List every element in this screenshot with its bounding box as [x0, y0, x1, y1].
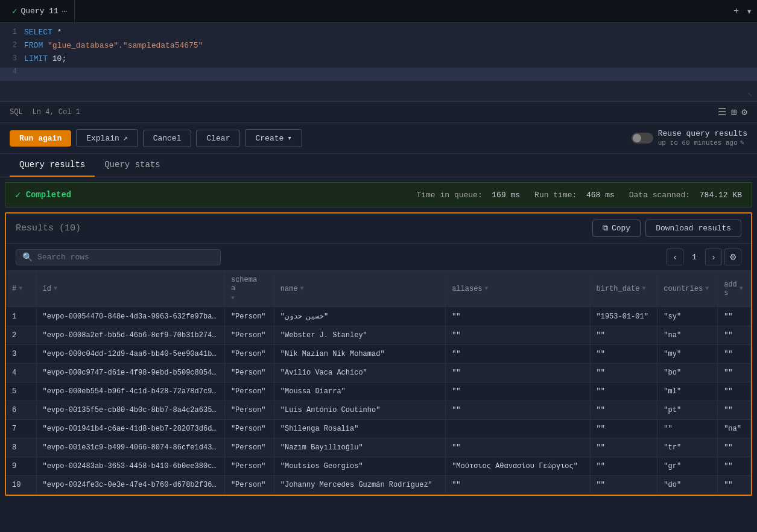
wrap-icon[interactable]: ⊞	[731, 106, 737, 118]
table-cell: ""	[446, 326, 590, 345]
table-row: 3"evpo-000c04dd-12d9-4aa6-bb40-5ee90a41b…	[6, 345, 751, 364]
table-cell: ""	[590, 401, 657, 420]
reuse-results-toggle[interactable]	[632, 133, 653, 144]
edit-reuse-icon[interactable]: ✎	[740, 138, 744, 147]
line-number-3: 3	[0, 54, 24, 63]
format-icon[interactable]: ☰	[718, 106, 726, 118]
table-cell: ""	[446, 307, 590, 326]
results-actions: ⧉ Copy Download results	[592, 220, 741, 237]
editor-line-2: 2 FROM "glue_database"."sampledata54675"	[0, 41, 757, 54]
col-header-birth-date[interactable]: birth_date ▼	[590, 271, 657, 307]
run-again-button[interactable]: Run again	[10, 130, 71, 147]
reuse-results-label-group: Reuse query results up to 60 minutes ago…	[658, 129, 747, 147]
table-cell: 1	[6, 307, 36, 326]
table-cell: ""	[590, 382, 657, 401]
table-row: 8"evpo-001e31c9-b499-4066-8074-86cfe1d43…	[6, 439, 751, 457]
table-cell: "Μούτσιος Αθανασίου Γεώργιος"	[446, 457, 590, 476]
reuse-results-label: Reuse query results	[658, 129, 747, 138]
table-cell: "Webster J. Stanley"	[274, 326, 445, 345]
copy-button[interactable]: ⧉ Copy	[592, 220, 641, 237]
check-icon: ✓	[12, 6, 17, 16]
line-content-3: LIMIT 10;	[24, 54, 66, 63]
query-tab[interactable]: ✓ Query 11 ⋯	[5, 0, 75, 22]
table-cell: "na"	[718, 420, 751, 439]
sort-schema-icon: ▼	[231, 295, 235, 302]
table-cell: "sy"	[657, 307, 718, 326]
sort-aliases-icon: ▼	[485, 285, 489, 292]
editor-resize-handle[interactable]: ⤡	[747, 91, 757, 101]
table-cell: "Johanny Mercedes Guzmán Rodríguez"	[274, 476, 445, 495]
table-cell: "evpo-00054470-848e-4d3a-9963-632fe97bab…	[36, 307, 224, 326]
tab-query-results[interactable]: Query results	[10, 154, 95, 177]
table-cell: "my"	[657, 345, 718, 364]
create-button[interactable]: Create ▾	[245, 129, 302, 147]
table-cell: "Person"	[224, 457, 274, 476]
table-cell	[446, 420, 590, 439]
tab-actions: + ▾	[733, 5, 752, 17]
table-cell: ""	[718, 457, 751, 476]
table-cell: "Nazım Bayıllıoğlu"	[274, 439, 445, 457]
settings-icon[interactable]: ⚙	[741, 106, 747, 118]
editor-line-1: 1 SELECT *	[0, 28, 757, 41]
table-cell: ""	[446, 382, 590, 401]
clear-button[interactable]: Clear	[196, 130, 240, 147]
table-settings-button[interactable]: ⚙	[724, 249, 741, 265]
create-label: Create	[255, 134, 283, 143]
table-cell: ""	[446, 401, 590, 420]
table-cell: ""	[718, 476, 751, 495]
more-options-icon[interactable]: ⋯	[62, 6, 67, 16]
table-row: 5"evpo-000eb554-b96f-4c1d-b428-72a78d7c9…	[6, 382, 751, 401]
explain-external-icon: ↗	[123, 133, 128, 143]
table-cell: 9	[6, 457, 36, 476]
line-content-1: SELECT *	[24, 28, 62, 37]
search-bar: 🔍 ‹ 1 › ⚙	[6, 244, 751, 271]
col-header-num[interactable]: # ▼	[6, 271, 36, 307]
line-number-4: 4	[0, 68, 24, 76]
table-cell: "evpo-000eb554-b96f-4c1d-b428-72a78d7c97…	[36, 382, 224, 401]
table-cell: "do"	[657, 476, 718, 495]
col-header-adds[interactable]: adds ▼	[718, 271, 751, 307]
explain-button[interactable]: Explain ↗	[76, 129, 138, 147]
tab-menu-icon[interactable]: ▾	[746, 5, 752, 17]
table-cell: "Person"	[224, 364, 274, 382]
col-header-id[interactable]: id ▼	[36, 271, 224, 307]
table-cell: "Moussa Diarra"	[274, 382, 445, 401]
col-header-aliases[interactable]: aliases ▼	[446, 271, 590, 307]
line-content-2: FROM "glue_database"."sampledata54675"	[24, 41, 203, 50]
col-header-countries[interactable]: countries ▼	[657, 271, 718, 307]
table-cell: ""	[590, 476, 657, 495]
download-button[interactable]: Download results	[645, 220, 741, 237]
search-icon: 🔍	[22, 252, 33, 262]
sql-editor[interactable]: 1 SELECT * 2 FROM "glue_database"."sampl…	[0, 23, 757, 101]
search-input[interactable]	[37, 253, 214, 262]
table-cell: 8	[6, 439, 36, 457]
tab-query-stats[interactable]: Query stats	[95, 154, 169, 177]
table-cell: 4	[6, 364, 36, 382]
table-cell: "evpo-0024fe3c-0e3e-47e4-b760-d678b2f362…	[36, 476, 224, 495]
table-cell: ""	[446, 364, 590, 382]
new-tab-icon[interactable]: +	[733, 6, 740, 17]
toolbar-right: Reuse query results up to 60 minutes ago…	[632, 129, 747, 147]
table-row: 4"evpo-000c9747-d61e-4f98-9ebd-b509c8054…	[6, 364, 751, 382]
table-row: 10"evpo-0024fe3c-0e3e-47e4-b760-d678b2f3…	[6, 476, 751, 495]
table-cell: "evpo-0008a2ef-bb5d-46b6-8ef9-70b31b274b…	[36, 326, 224, 345]
page-next-button[interactable]: ›	[705, 249, 722, 265]
table-cell: 3	[6, 345, 36, 364]
run-time: Run time: 468 ms	[534, 191, 615, 200]
table-cell: ""	[590, 326, 657, 345]
table-cell: 7	[6, 420, 36, 439]
table-cell: "gr"	[657, 457, 718, 476]
sort-birth-icon: ▼	[642, 285, 646, 292]
table-header-row: # ▼ id ▼ schemaa ▼ name ▼ aliases ▼	[6, 271, 751, 307]
table-cell: ""	[446, 476, 590, 495]
col-header-schema[interactable]: schemaa ▼	[224, 271, 274, 307]
table-row: 9"evpo-002483ab-3653-4458-b410-6b0ee380c…	[6, 457, 751, 476]
table-cell: ""	[446, 345, 590, 364]
results-table: # ▼ id ▼ schemaa ▼ name ▼ aliases ▼	[6, 271, 751, 495]
query-stats: Time in queue: 169 ms Run time: 468 ms D…	[416, 191, 742, 200]
explain-label: Explain	[86, 134, 119, 143]
page-prev-button[interactable]: ‹	[667, 249, 683, 265]
editor-line-4: 4	[0, 68, 757, 81]
col-header-name[interactable]: name ▼	[274, 271, 445, 307]
cancel-button[interactable]: Cancel	[143, 130, 192, 147]
